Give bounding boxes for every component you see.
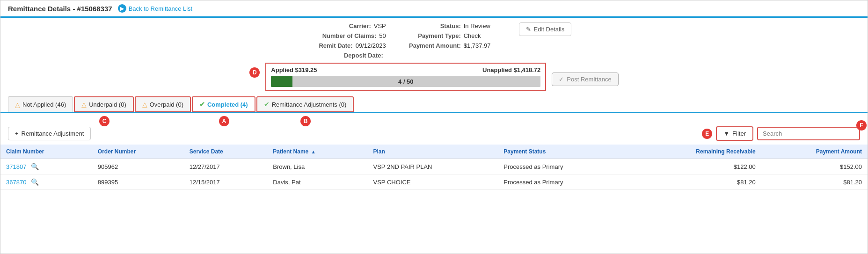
annotation-c: C [99, 116, 109, 126]
cell-patient-name: Brown, Lisa [267, 159, 367, 174]
payment-amount-label: Payment Amount: [405, 42, 461, 49]
col-plan[interactable]: Plan [368, 145, 498, 159]
annotation-e: E [702, 129, 712, 139]
post-check-icon: ✓ [559, 76, 564, 83]
status-label: Status: [405, 22, 461, 29]
table-container: Claim Number Order Number Service Date P… [0, 145, 868, 190]
edit-pencil-icon: ✎ [526, 26, 531, 33]
search-input[interactable] [757, 127, 860, 140]
add-btn-label: Remittance Adjustment [22, 130, 84, 137]
table-row: 371807 🔍 905962 12/27/2017 Brown, Lisa V… [0, 159, 868, 174]
cell-claim-number: 367870 🔍 [0, 174, 92, 190]
data-table: Claim Number Order Number Service Date P… [0, 145, 868, 190]
check-icon-completed: ✔ [199, 101, 205, 108]
claims-row: Number of Claims: 50 [320, 32, 386, 39]
back-to-list-link[interactable]: ▶ Back to Remittance List [118, 4, 193, 13]
tab-overpaid-label: Overpaid (0) [150, 101, 183, 108]
filter-icon: ▼ [723, 130, 729, 137]
payment-type-value: Check [464, 32, 481, 39]
progress-bar: 4 / 50 [271, 76, 540, 87]
remit-date-label: Remit Date: [297, 42, 353, 49]
col-claim-number[interactable]: Claim Number [0, 145, 92, 159]
annotation-d: D [249, 67, 260, 78]
col-patient-name[interactable]: Patient Name ▲ [267, 145, 367, 159]
cell-plan: VSP 2ND PAIR PLAN [368, 159, 498, 174]
cell-payment-status: Processed as Primary [498, 159, 629, 174]
info-left: Carrier: VSP Number of Claims: 50 Remit … [297, 22, 386, 59]
tab-underpaid-label: Underpaid (0) [89, 101, 126, 108]
tab-remittance-adj-label: Remittance Adjustments (0) [272, 101, 347, 108]
cell-order-number: 899395 [92, 174, 184, 190]
filter-btn-label: Filter [732, 130, 746, 137]
cell-payment-status: Processed as Primary [498, 174, 629, 190]
payment-type-label: Payment Type: [405, 32, 461, 39]
tab-not-applied[interactable]: △ Not Applied (46) [8, 96, 73, 112]
table-body: 371807 🔍 905962 12/27/2017 Brown, Lisa V… [0, 159, 868, 190]
post-btn-label: Post Remittance [567, 76, 611, 83]
toolbar-right: E ▼ Filter F [702, 126, 860, 141]
edit-btn-container: ✎ Edit Details [519, 22, 572, 36]
tab-completed-label: Completed (4) [207, 101, 248, 108]
status-row: Status: In Review [405, 22, 490, 29]
carrier-value: VSP [374, 22, 386, 29]
warning-icon-not-applied: △ [15, 101, 20, 109]
edit-details-button[interactable]: ✎ Edit Details [519, 22, 572, 36]
col-payment-amount[interactable]: Payment Amount [761, 145, 868, 159]
remit-date-row: Remit Date: 09/12/2023 [297, 42, 386, 49]
payment-amount-value: $1,737.97 [464, 42, 491, 49]
back-link-label: Back to Remittance List [129, 5, 193, 12]
info-right: Status: In Review Payment Type: Check Pa… [405, 22, 491, 49]
col-service-date[interactable]: Service Date [184, 145, 268, 159]
payment-amount-row: Payment Amount: $1,737.97 [405, 42, 491, 49]
progress-bar-label: 4 / 50 [271, 76, 540, 87]
tab-completed[interactable]: ✔ Completed (4) [192, 96, 255, 112]
add-remittance-adjustment-button[interactable]: + Remittance Adjustment [8, 127, 91, 140]
toolbar: + Remittance Adjustment E ▼ Filter F [0, 123, 868, 145]
annotation-b: B [300, 116, 311, 126]
table-row: 367870 🔍 899395 12/15/2017 Davis, Pat VS… [0, 174, 868, 190]
carrier-row: Carrier: VSP [315, 22, 386, 29]
claim-number-link[interactable]: 367870 [6, 179, 26, 186]
cell-service-date: 12/27/2017 [184, 159, 268, 174]
toolbar-left: + Remittance Adjustment [8, 127, 91, 140]
col-order-number[interactable]: Order Number [92, 145, 184, 159]
filter-button[interactable]: ▼ Filter [716, 126, 753, 141]
check-icon-remittance-adj: ✔ [264, 101, 270, 108]
claim-number-link[interactable]: 371807 [6, 163, 26, 170]
claim-search-icon[interactable]: 🔍 [31, 163, 39, 170]
page-wrapper: Remittance Details - #15068337 ▶ Back to… [0, 0, 868, 254]
tab-remittance-adj[interactable]: ✔ Remittance Adjustments (0) [256, 96, 354, 112]
claim-search-icon[interactable]: 🔍 [31, 178, 39, 186]
warning-icon-underpaid: △ [81, 101, 87, 108]
carrier-label: Carrier: [315, 22, 371, 29]
cell-service-date: 12/15/2017 [184, 174, 268, 190]
tab-not-applied-label: Not Applied (46) [22, 101, 66, 108]
tab-underpaid[interactable]: △ Underpaid (0) [74, 96, 134, 112]
cell-claim-number: 371807 🔍 [0, 159, 92, 174]
status-value: In Review [464, 22, 490, 29]
page-title: Remittance Details - #15068337 [8, 5, 112, 13]
unapplied-label: Unapplied $1,418.72 [482, 66, 540, 73]
payment-type-row: Payment Type: Check [405, 32, 481, 39]
back-icon: ▶ [118, 4, 126, 13]
col-payment-status[interactable]: Payment Status [498, 145, 629, 159]
cell-plan: VSP CHOICE [368, 174, 498, 190]
sort-arrow-patient: ▲ [311, 149, 316, 154]
cell-remaining-receivable: $122.00 [629, 159, 761, 174]
progress-section: D Applied $319.25 Unapplied $1,418.72 4 … [0, 61, 868, 94]
annotation-a: A [219, 116, 229, 126]
add-icon: + [15, 130, 19, 137]
cell-remaining-receivable: $81.20 [629, 174, 761, 190]
cell-order-number: 905962 [92, 159, 184, 174]
progress-box: Applied $319.25 Unapplied $1,418.72 4 / … [265, 63, 546, 91]
claims-value: 50 [379, 32, 386, 39]
page-header: Remittance Details - #15068337 ▶ Back to… [0, 0, 868, 18]
edit-btn-label: Edit Details [534, 26, 565, 33]
tabs-bar: △ Not Applied (46) △ Underpaid (0) C △ O… [0, 96, 868, 113]
col-remaining-receivable[interactable]: Remaining Receivable [629, 145, 761, 159]
tab-overpaid[interactable]: △ Overpaid (0) [135, 96, 191, 112]
post-remittance-button[interactable]: ✓ Post Remittance [552, 73, 618, 86]
cell-payment-amount: $81.20 [761, 174, 868, 190]
progress-header: Applied $319.25 Unapplied $1,418.72 [271, 66, 540, 73]
cell-patient-name: Davis, Pat [267, 174, 367, 190]
